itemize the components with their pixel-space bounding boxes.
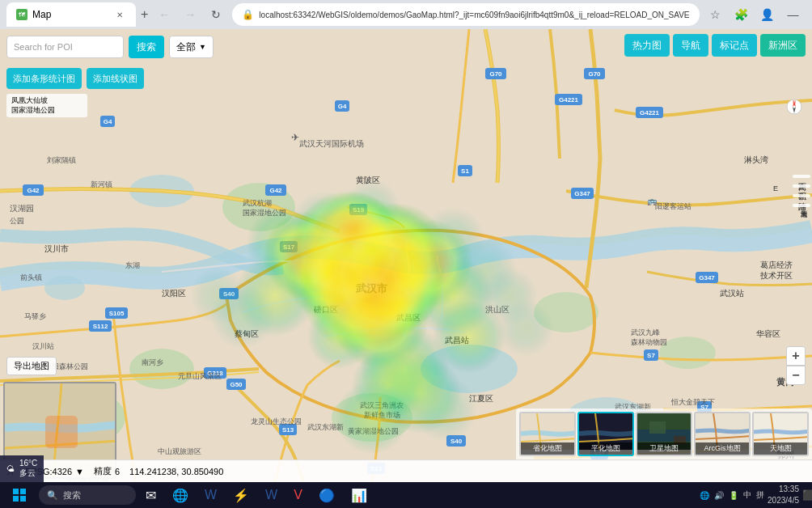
clock-date: 2023/4/5 [768,495,799,506]
all-dropdown[interactable]: 全部 ▼ [169,36,214,58]
extension-button[interactable]: 🧩 [730,3,753,26]
coordinates-display: 114.241238, 30.850490 [129,467,223,476]
search-button[interactable]: 搜索 [129,36,164,58]
taskbar-browser-button[interactable]: V [287,484,309,506]
clear-label[interactable]: 清除 [793,194,810,197]
network-icon: 🌐 [700,491,709,500]
taskbar-app-button[interactable]: 📊 [345,484,374,506]
map-container[interactable]: G42 G42 G70 G70 G4221 G4221 G347 G347 S4… [0,29,812,482]
left-actions: 添加条形统计图 添加线状图 凤凰大仙坡国家湿地公园 [6,68,144,117]
browser-actions: ☆ 🧩 👤 — □ ✕ [704,3,813,26]
tile-tianditu-button[interactable]: 天地图 [752,412,809,456]
dropdown-label: 全部 [176,40,196,54]
svg-rect-119 [649,421,666,434]
svg-rect-124 [20,489,26,494]
minimize-button[interactable]: — [782,3,805,26]
weather-widget: 🌤 16°C多云 [0,455,44,482]
add-shape-button[interactable]: 添加条形统计图 [6,68,82,89]
coordinates-bar: 开 EPSG:4326 ▼ 精度 6 114.241238, 30.850490 [0,459,812,482]
tile-light-button[interactable]: 省化地图 [519,412,576,456]
refresh-button[interactable]: ↻ [205,3,227,26]
precision-value: 6 [115,467,120,476]
secure-icon: 🔒 [242,9,254,20]
svg-rect-123 [13,489,19,494]
navigation-button[interactable]: 导航 [673,34,708,57]
distance-label[interactable]: 距离 [793,175,810,178]
park-label: 凤凰大仙坡国家湿地公园 [6,94,87,117]
svg-text:N: N [793,99,796,104]
zoom-out-button[interactable]: − [786,366,806,385]
coords-value: 114.241238, 30.850490 [129,467,223,476]
taskbar-word-button[interactable]: W [198,484,223,506]
browser-tab[interactable]: 🗺 Map ✕ [6,2,136,27]
park-label-text: 凤凰大仙坡国家湿地公园 [11,96,55,114]
taskbar-search[interactable]: 🔍 搜索 [39,485,136,505]
clock-time: 13:35 [768,484,799,495]
right-labels: 距离 面积 清除 大地测量 [793,175,810,207]
taskbar-word2-button[interactable]: W [259,484,284,506]
tile-arcgis-button[interactable]: ArcGis地图 [694,412,751,456]
volume-icon: 🔊 [714,491,724,500]
taskbar: 🔍 搜索 ✉ 🌐 W ⚡ W V 🔵 📊 🌐 🔊 🔋 中 拼 13:35 202… [0,482,812,508]
svg-rect-126 [20,496,26,502]
tile-dark-button[interactable]: 平化地图 [577,412,634,456]
action-row-1: 添加条形统计图 添加线状图 [6,68,144,89]
dropdown-epsg-icon: ▼ [75,467,84,476]
search-placeholder: Search for POI [14,42,73,52]
url-text: localhost:63342/WebGIS/oldemo/demos/GaoM… [259,11,689,19]
weather-text: 16°C多云 [19,459,37,479]
dropdown-chevron-icon: ▼ [199,43,206,51]
bookmark-button[interactable]: ☆ [704,3,727,26]
tile-tianditu-label: 天地图 [754,442,807,455]
battery-icon: 🔋 [729,491,738,500]
landmark-button[interactable]: 标记点 [712,34,757,57]
compass: N [786,99,802,115]
taskbar-search-icon: 🔍 [47,490,58,501]
earth-label[interactable]: 大地测量 [793,204,810,207]
add-line-button[interactable]: 添加线状图 [87,68,144,89]
zoom-controls: + − [786,346,806,385]
start-button[interactable] [3,484,36,506]
svg-rect-114 [45,416,78,448]
precision-indicator: 精度 6 [94,465,120,477]
tab-close-button[interactable]: ✕ [113,8,126,21]
tab-favicon: 🗺 [16,9,27,20]
tile-satellite-label: 卫星地图 [637,442,691,455]
browser-chrome: 🗺 Map ✕ + ← → ↻ 🔒 localhost:63342/WebGIS… [0,0,812,29]
taskbar-system-icons: 🌐 🔊 🔋 中 拼 [700,489,764,501]
tile-dark-label: 平化地图 [579,442,632,455]
taskbar-chrome-button[interactable]: 🔵 [312,484,341,506]
address-bar[interactable]: 🔒 localhost:63342/WebGIS/oldemo/demos/Ga… [232,3,699,26]
tile-satellite-button[interactable]: 卫星地图 [636,412,692,456]
tile-arcgis-label: ArcGis地图 [696,442,749,455]
right-toolbar: 热力图 导航 标记点 新洲区 [618,29,812,61]
maximize-button[interactable]: □ [808,3,813,26]
taskbar-edge-button[interactable]: 🌐 [166,484,195,506]
export-map-button[interactable]: 导出地图 [6,357,57,375]
taskbar-mail-button[interactable]: ✉ [139,484,163,506]
back-button[interactable]: ← [153,3,176,26]
area-label[interactable]: 面积 [793,184,810,188]
svg-rect-125 [13,496,19,502]
newarea-button[interactable]: 新洲区 [760,34,806,57]
ime-icon: 拼 [756,489,764,501]
language-icon: 中 [743,489,751,501]
zoom-in-button[interactable]: + [786,346,806,366]
tile-selector: 省化地图 平化地图 卫星地图 [516,409,812,459]
taskbar-clock: 13:35 2023/4/5 [768,484,799,506]
heatmap-button[interactable]: 热力图 [624,34,670,57]
notification-area[interactable]: ⬛ [802,489,809,501]
new-tab-button[interactable]: + [141,3,148,26]
forward-button[interactable]: → [179,3,201,26]
taskbar-vscode-button[interactable]: ⚡ [226,484,256,506]
tab-title: Map [32,9,51,20]
taskbar-search-text: 搜索 [63,489,81,502]
browser-controls: ← → ↻ [153,3,227,26]
precision-label: 精度 [94,465,112,477]
poi-search-box[interactable]: Search for POI [6,36,124,58]
tile-light-label: 省化地图 [521,442,574,455]
profile-button[interactable]: 👤 [756,3,779,26]
weather-icon: 🌤 [6,464,15,473]
